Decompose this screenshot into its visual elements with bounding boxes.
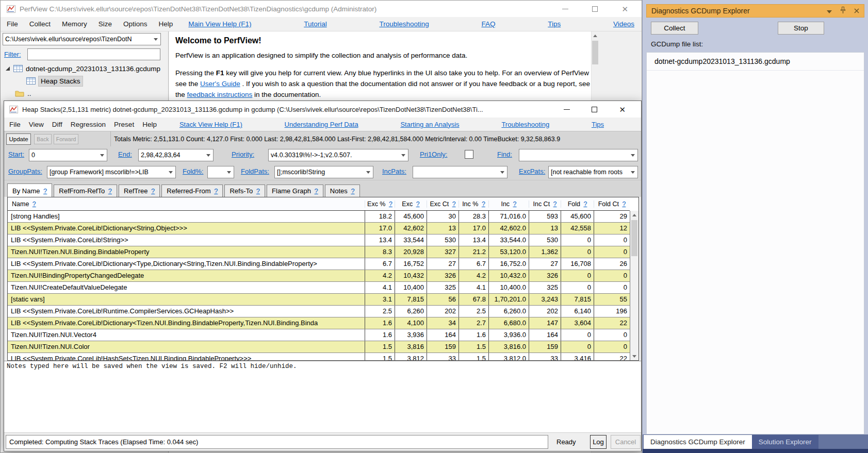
table-row[interactable]: LIB <<System.Private.CoreLib!Dictionary<…	[8, 223, 630, 234]
menu-view[interactable]: View	[29, 121, 44, 128]
link-starting-an-analysis[interactable]: Starting an Analysis	[400, 121, 459, 128]
pin-icon[interactable]	[840, 7, 846, 15]
grouppats-combobox[interactable]: [group Framework] mscorlib!=>LIB	[47, 166, 176, 178]
gcdump-file-item[interactable]: dotnet-gcdump20231013_131136.gcdump	[647, 53, 864, 71]
table-row[interactable]: Tizen.NUI!Tizen.NUI.Vector41.63,9361641.…	[8, 329, 630, 341]
menu-memory[interactable]: Memory	[62, 20, 87, 28]
link-faq[interactable]: FAQ	[481, 20, 495, 28]
column-help-link[interactable]: ?	[482, 200, 485, 208]
scrollbar-thumb[interactable]	[592, 41, 598, 64]
filter-input[interactable]	[27, 48, 160, 60]
tree-item-heap-stacks[interactable]: Heap Stacks	[23, 75, 83, 87]
close-icon[interactable]	[854, 7, 859, 15]
column-header-exc[interactable]: Exc % ?	[365, 200, 395, 208]
pri1only-label-link[interactable]: Pri1Only:	[420, 150, 447, 158]
start-label-link[interactable]: Start:	[8, 150, 24, 158]
end-label-link[interactable]: End:	[118, 150, 132, 158]
menu-preset[interactable]: Preset	[114, 121, 134, 128]
minimize-icon[interactable]	[562, 9, 568, 9]
minimize-icon[interactable]	[564, 109, 570, 110]
scrollbar-thumb[interactable]	[631, 220, 637, 256]
tab-refs-to[interactable]: Refs-To ?	[224, 184, 265, 197]
cancel-button[interactable]: Cancel	[611, 435, 641, 449]
scroll-up-icon[interactable]	[630, 211, 638, 219]
link-tips[interactable]: Tips	[592, 121, 604, 128]
column-header-inc[interactable]: Inc % ?	[458, 200, 488, 208]
table-row[interactable]: Tizen.NUI!Tizen.NUI.Binding.BindableProp…	[8, 246, 630, 258]
maximize-icon[interactable]	[592, 107, 597, 112]
table-row[interactable]: Tizen.NUI!BindingPropertyChangedDelegate…	[8, 270, 630, 282]
excpats-combobox[interactable]: [not reachable from roots	[548, 166, 638, 178]
table-row[interactable]: LIB <<System.Private.CoreLib!HashSet<Tiz…	[8, 353, 630, 360]
column-help-link[interactable]: ?	[389, 200, 392, 208]
column-header-name[interactable]: Name ?	[8, 200, 365, 208]
table-row[interactable]: LIB <<System.Private.CoreLib!Dictionary<…	[8, 317, 630, 329]
foldpct-combobox[interactable]	[207, 166, 234, 178]
link-main-view-help-f1[interactable]: Main View Help (F1)	[188, 20, 251, 28]
column-header-fold[interactable]: Fold ?	[561, 200, 594, 208]
log-button[interactable]: Log	[590, 435, 607, 449]
link-tips[interactable]: Tips	[548, 20, 561, 28]
menu-size[interactable]: Size	[99, 20, 112, 28]
tree-item-parent-folder[interactable]: ..	[12, 87, 31, 99]
table-row[interactable]: Tizen.NUI!Tizen.NUI.Color1.53,8161591.53…	[8, 341, 630, 353]
tab-help-link[interactable]: ?	[256, 187, 260, 195]
column-help-link[interactable]: ?	[452, 200, 456, 208]
table-row[interactable]: Tizen.NUI!CreateDefaultValueDelegate4.11…	[8, 282, 630, 294]
menu-help[interactable]: Help	[159, 20, 173, 28]
tab-help-link[interactable]: ?	[108, 187, 112, 195]
tab-notes[interactable]: Notes ?	[325, 184, 360, 197]
tab-by-name[interactable]: By Name ?	[7, 183, 52, 197]
tab-flame-graph[interactable]: Flame Graph ?	[267, 184, 323, 197]
table-scrollbar[interactable]	[630, 211, 638, 360]
start-combobox[interactable]: 0	[29, 149, 107, 161]
link-tutorial[interactable]: Tutorial	[304, 20, 327, 28]
link-understanding-perf-data[interactable]: Understanding Perf Data	[285, 121, 358, 128]
back-button[interactable]: Back	[34, 134, 52, 144]
tab-help-link[interactable]: ?	[151, 187, 155, 195]
window-position-menu-icon[interactable]	[827, 7, 832, 15]
maximize-icon[interactable]	[592, 6, 598, 12]
stop-button[interactable]: Stop	[778, 22, 824, 35]
update-button[interactable]: Update	[6, 133, 31, 145]
priority-label-link[interactable]: Priority:	[232, 150, 254, 158]
column-header-exc[interactable]: Exc ?	[395, 200, 427, 208]
find-input[interactable]	[519, 149, 638, 161]
menu-options[interactable]: Options	[123, 20, 148, 28]
table-row[interactable]: LIB <<System.Private.CoreLib!Runtime.Com…	[8, 306, 630, 317]
column-help-link[interactable]: ?	[32, 200, 36, 208]
end-combobox[interactable]: 2,98,42,83,64	[138, 149, 214, 161]
panel-tab-solution-explorer[interactable]: Solution Explorer	[752, 435, 818, 449]
table-row[interactable]: [static vars]3.17,8155667.81,70,201.03,2…	[8, 294, 630, 306]
close-icon[interactable]: ✕	[619, 106, 626, 113]
incpats-combobox[interactable]	[413, 166, 507, 178]
menu-help[interactable]: Help	[142, 121, 157, 128]
feedback-instructions-link[interactable]: feedback instructions	[187, 91, 253, 98]
find-label-link[interactable]: Find:	[497, 150, 512, 158]
filter-label-link[interactable]: Filter:	[4, 51, 21, 58]
forward-button[interactable]: Forward	[54, 134, 78, 144]
link-videos[interactable]: Videos	[613, 20, 634, 28]
tab-referred-from[interactable]: Referred-From ?	[161, 184, 223, 197]
menu-diff[interactable]: Diff	[52, 121, 62, 128]
column-header-inc-ct[interactable]: Inc Ct ?	[529, 200, 561, 208]
table-row[interactable]: LIB <<System.Private.CoreLib!String>>13.…	[8, 234, 630, 246]
menu-file[interactable]: File	[7, 20, 18, 28]
link-troubleshooting[interactable]: Troubleshooting	[501, 121, 549, 128]
foldpats-combobox[interactable]: [];mscorlib!String	[274, 166, 373, 178]
close-icon[interactable]: ✕	[621, 5, 628, 13]
menu-file[interactable]: File	[9, 121, 21, 128]
collect-button[interactable]: Collect	[651, 22, 698, 35]
tree-item-gcdump-file[interactable]: dotnet-gcdump_20231013_131136.gcdump	[1, 62, 160, 75]
link-troubleshooting[interactable]: Troubleshooting	[379, 20, 429, 28]
column-help-link[interactable]: ?	[416, 200, 420, 208]
panel-tab-diagnostics-gcdump-explorer[interactable]: Diagnostics GCDump Explorer	[644, 435, 752, 449]
menu-collect[interactable]: Collect	[29, 20, 51, 28]
table-row[interactable]: LIB <<System.Private.CoreLib!Dictionary<…	[8, 258, 630, 270]
excpats-label-link[interactable]: ExcPats:	[519, 167, 545, 175]
column-header-exc-ct[interactable]: Exc Ct ?	[427, 200, 458, 208]
tree-expander-icon[interactable]	[5, 66, 10, 71]
tab-reffrom-refto[interactable]: RefFrom-RefTo ?	[54, 184, 117, 197]
priority-combobox[interactable]: v4.0.30319\%!->-1;v2.0.507.	[268, 149, 408, 161]
foldpats-label-link[interactable]: FoldPats:	[241, 167, 269, 175]
